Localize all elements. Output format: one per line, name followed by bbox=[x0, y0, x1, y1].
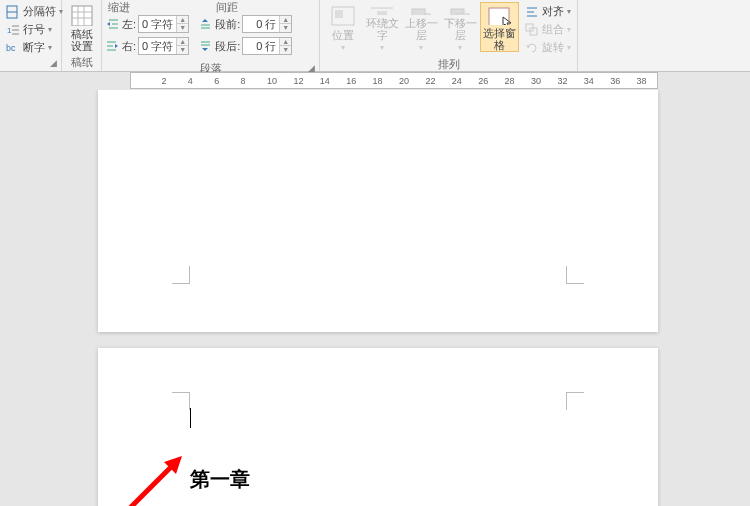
ruler-tick: 20 bbox=[399, 76, 409, 86]
svg-rect-27 bbox=[335, 10, 343, 18]
ruler-tick: 30 bbox=[531, 76, 541, 86]
line-numbers-menu[interactable]: 1行号 ▾ bbox=[4, 22, 65, 37]
hyphen-icon: bc bbox=[6, 41, 20, 55]
ribbon: 分隔符 ▾ 1行号 ▾ bc断字 ▾ ◢ 稿纸 设置 稿纸 缩进 间距 左:0 … bbox=[0, 0, 750, 72]
indent-left-icon bbox=[106, 17, 120, 31]
svg-text:bc: bc bbox=[6, 43, 16, 53]
space-before-input[interactable]: 0 行▲▼ bbox=[242, 15, 292, 33]
group-icon bbox=[525, 23, 539, 37]
svg-marker-25 bbox=[202, 48, 208, 51]
hyphenation-menu[interactable]: bc断字 ▾ bbox=[4, 40, 65, 55]
ruler-tick: 22 bbox=[425, 76, 435, 86]
backward-icon bbox=[446, 4, 474, 15]
ruler-tick: 16 bbox=[346, 76, 356, 86]
document-area[interactable]: 第一章 bbox=[0, 90, 750, 506]
indent-right-icon bbox=[106, 39, 120, 53]
rotate-icon bbox=[525, 41, 539, 55]
svg-rect-32 bbox=[412, 9, 425, 15]
group-menu: 组合 ▾ bbox=[523, 22, 573, 37]
forward-icon bbox=[407, 4, 435, 15]
bring-forward-button: 上移一层▾ bbox=[402, 2, 441, 52]
text-cursor bbox=[190, 408, 191, 428]
svg-marker-19 bbox=[115, 44, 118, 48]
svg-marker-15 bbox=[107, 22, 110, 26]
ruler-tick: 2 bbox=[161, 76, 166, 86]
align-menu[interactable]: 对齐 ▾ bbox=[523, 4, 573, 19]
manuscript-icon bbox=[68, 4, 96, 26]
ruler-tick: 18 bbox=[373, 76, 383, 86]
ruler-tick: 36 bbox=[610, 76, 620, 86]
svg-line-43 bbox=[130, 464, 174, 506]
svg-marker-42 bbox=[526, 45, 530, 48]
space-after-input[interactable]: 0 行▲▼ bbox=[242, 37, 292, 55]
ruler-tick: 32 bbox=[557, 76, 567, 86]
space-after-icon bbox=[199, 39, 213, 53]
send-backward-button: 下移一层▾ bbox=[441, 2, 480, 52]
selection-pane-icon bbox=[485, 5, 513, 25]
ruler-track: 2468101214161820222426283032343638 bbox=[130, 72, 658, 89]
space-before-icon bbox=[199, 17, 213, 31]
breaks-menu[interactable]: 分隔符 ▾ bbox=[4, 4, 65, 19]
group-label-arrange: 排列 bbox=[320, 57, 577, 72]
svg-rect-28 bbox=[377, 11, 387, 15]
align-icon bbox=[525, 5, 539, 19]
ruler-tick: 12 bbox=[293, 76, 303, 86]
ruler-tick: 14 bbox=[320, 76, 330, 86]
svg-text:1: 1 bbox=[7, 26, 12, 35]
dialog-launcher-icon[interactable]: ◢ bbox=[47, 58, 59, 70]
chapter-heading[interactable]: 第一章 bbox=[190, 466, 250, 493]
indent-left-input[interactable]: 0 字符▲▼ bbox=[138, 15, 189, 33]
group-label-manuscript: 稿纸 bbox=[62, 55, 101, 71]
ruler-tick: 4 bbox=[188, 76, 193, 86]
page-2: 第一章 bbox=[98, 348, 658, 506]
spacing-heading: 间距 bbox=[216, 0, 316, 15]
indent-right-input[interactable]: 0 字符▲▼ bbox=[138, 37, 189, 55]
position-button: 位置▾ bbox=[324, 2, 363, 52]
line-number-icon: 1 bbox=[6, 23, 20, 37]
rotate-menu: 旋转 ▾ bbox=[523, 40, 573, 55]
position-icon bbox=[329, 4, 357, 27]
page-1 bbox=[98, 90, 658, 332]
svg-rect-7 bbox=[72, 6, 92, 26]
indent-heading: 缩进 bbox=[106, 0, 206, 15]
wrap-icon bbox=[368, 4, 396, 15]
wrap-text-button: 环绕文 字▾ bbox=[363, 2, 402, 52]
svg-marker-20 bbox=[202, 19, 208, 22]
svg-rect-34 bbox=[456, 14, 469, 15]
selection-pane-button[interactable]: 选择窗格 bbox=[480, 2, 519, 52]
ruler-tick: 10 bbox=[267, 76, 277, 86]
page-break-icon bbox=[6, 5, 20, 19]
horizontal-ruler[interactable]: 2468101214161820222426283032343638 bbox=[0, 72, 750, 90]
ruler-tick: 28 bbox=[505, 76, 515, 86]
ruler-tick: 8 bbox=[241, 76, 246, 86]
ruler-tick: 34 bbox=[584, 76, 594, 86]
ruler-tick: 38 bbox=[637, 76, 647, 86]
svg-marker-44 bbox=[164, 456, 182, 474]
manuscript-paper-button[interactable]: 稿纸 设置 bbox=[66, 2, 97, 52]
ruler-tick: 24 bbox=[452, 76, 462, 86]
ruler-tick: 26 bbox=[478, 76, 488, 86]
annotation-arrow bbox=[122, 456, 182, 506]
ruler-tick: 6 bbox=[214, 76, 219, 86]
